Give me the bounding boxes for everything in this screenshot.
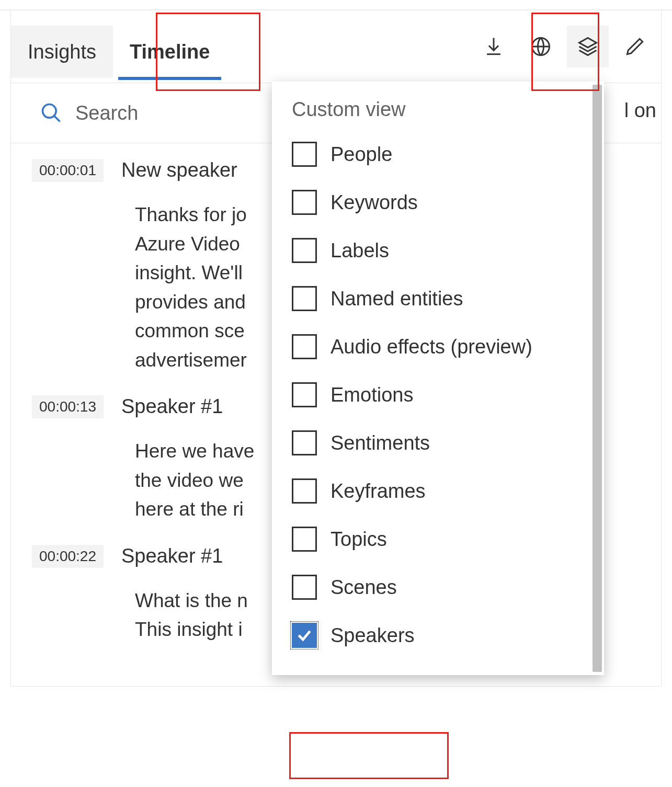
dropdown-item-label: Audio effects (preview) <box>331 336 532 358</box>
checkbox[interactable] <box>292 575 317 600</box>
tab-timeline[interactable]: Timeline <box>113 26 226 78</box>
dropdown-item-labels[interactable]: Labels <box>272 226 604 275</box>
highlight-box <box>289 732 449 779</box>
layers-icon <box>576 35 599 58</box>
dropdown-item-label: Keywords <box>331 191 418 214</box>
dropdown-item-label: Emotions <box>331 384 413 406</box>
dropdown-item-topics[interactable]: Topics <box>272 515 604 563</box>
dropdown-item-speakers[interactable]: Speakers <box>272 611 604 659</box>
dropdown-item-label: Topics <box>331 528 387 551</box>
dropdown-item-label: Sentiments <box>331 432 430 454</box>
custom-view-dropdown: Custom view PeopleKeywordsLabelsNamed en… <box>272 82 604 675</box>
dropdown-item-label: Scenes <box>331 576 397 599</box>
dropdown-item-named-entities[interactable]: Named entities <box>272 275 604 323</box>
edit-button[interactable] <box>614 26 656 67</box>
dropdown-item-label: Keyframes <box>331 480 426 503</box>
dropdown-title: Custom view <box>272 98 604 130</box>
checkbox[interactable] <box>292 334 317 359</box>
dropdown-item-emotions[interactable]: Emotions <box>272 371 604 419</box>
download-icon <box>482 35 505 58</box>
dropdown-item-label: People <box>331 143 392 166</box>
globe-icon <box>529 35 552 58</box>
svg-point-1 <box>43 105 56 118</box>
pencil-icon <box>623 35 646 58</box>
checkbox[interactable] <box>292 142 317 167</box>
checkbox[interactable] <box>292 238 317 263</box>
language-button[interactable] <box>520 26 562 67</box>
dropdown-item-people[interactable]: People <box>272 130 604 178</box>
dropdown-item-label: Named entities <box>331 288 463 310</box>
checkbox[interactable] <box>292 382 317 407</box>
checkbox[interactable] <box>292 623 317 648</box>
checkbox[interactable] <box>292 190 317 215</box>
checkbox[interactable] <box>292 527 317 552</box>
view-options-button[interactable] <box>567 26 609 67</box>
dropdown-item-label: Speakers <box>331 624 415 647</box>
dropdown-item-label: Labels <box>331 239 389 262</box>
timestamp: 00:00:01 <box>32 159 104 182</box>
download-button[interactable] <box>473 26 515 67</box>
dropdown-scrollbar[interactable] <box>593 85 602 672</box>
dropdown-item-keywords[interactable]: Keywords <box>272 178 604 226</box>
dropdown-item-audio-effects-preview-[interactable]: Audio effects (preview) <box>272 323 604 371</box>
dropdown-item-keyframes[interactable]: Keyframes <box>272 467 604 515</box>
checkbox[interactable] <box>292 286 317 311</box>
tab-row: Insights Timeline <box>11 10 661 83</box>
dropdown-item-scenes[interactable]: Scenes <box>272 563 604 611</box>
obscured-text: l on <box>624 99 656 122</box>
checkbox[interactable] <box>292 430 317 455</box>
search-icon <box>40 101 63 124</box>
tab-insights[interactable]: Insights <box>11 26 113 78</box>
dropdown-item-sentiments[interactable]: Sentiments <box>272 419 604 467</box>
timestamp: 00:00:22 <box>32 545 104 568</box>
timestamp: 00:00:13 <box>32 395 104 418</box>
checkbox[interactable] <box>292 478 317 504</box>
check-icon <box>296 627 313 644</box>
